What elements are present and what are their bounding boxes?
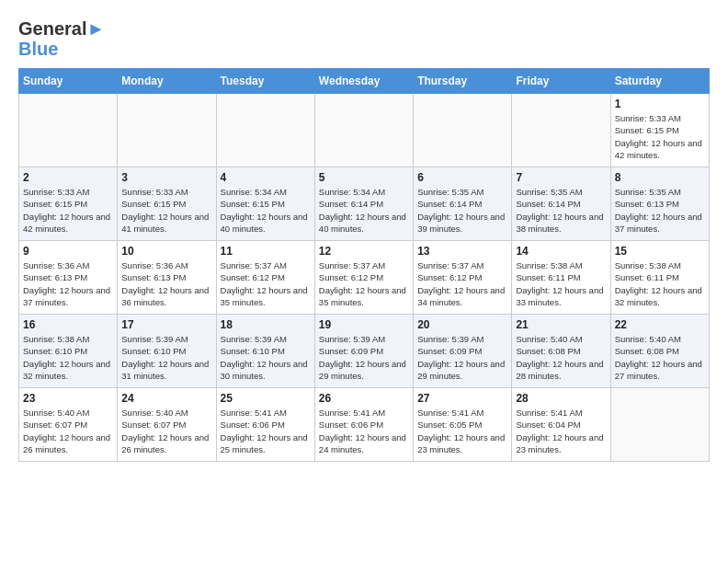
- day-number: 14: [516, 245, 606, 258]
- day-number: 25: [221, 392, 311, 405]
- day-number: 10: [121, 245, 211, 258]
- calendar-cell: 20Sunrise: 5:39 AMSunset: 6:09 PMDayligh…: [414, 315, 512, 388]
- week-row-4: 16Sunrise: 5:38 AMSunset: 6:10 PMDayligh…: [19, 315, 710, 388]
- day-header-monday: Monday: [118, 69, 216, 94]
- day-number: 20: [417, 318, 507, 331]
- day-header-wednesday: Wednesday: [314, 69, 413, 94]
- calendar-cell: 28Sunrise: 5:41 AMSunset: 6:04 PMDayligh…: [512, 388, 610, 462]
- calendar-cell: 21Sunrise: 5:40 AMSunset: 6:08 PMDayligh…: [512, 315, 610, 388]
- calendar-cell: 2Sunrise: 5:33 AMSunset: 6:15 PMDaylight…: [19, 167, 118, 241]
- calendar-cell: [414, 94, 512, 167]
- calendar-cell: 27Sunrise: 5:41 AMSunset: 6:05 PMDayligh…: [414, 388, 512, 462]
- day-number: 15: [615, 245, 705, 258]
- day-number: 19: [319, 318, 409, 331]
- day-info: Sunrise: 5:40 AMSunset: 6:08 PMDaylight:…: [516, 333, 606, 382]
- calendar-cell: 7Sunrise: 5:35 AMSunset: 6:14 PMDaylight…: [512, 167, 610, 241]
- calendar-cell: 6Sunrise: 5:35 AMSunset: 6:14 PMDaylight…: [414, 167, 512, 241]
- week-row-5: 23Sunrise: 5:40 AMSunset: 6:07 PMDayligh…: [19, 388, 710, 462]
- day-number: 6: [417, 171, 507, 184]
- day-info: Sunrise: 5:35 AMSunset: 6:14 PMDaylight:…: [417, 186, 507, 235]
- day-info: Sunrise: 5:37 AMSunset: 6:12 PMDaylight:…: [417, 259, 507, 308]
- day-number: 23: [23, 392, 113, 405]
- calendar-cell: [19, 94, 118, 167]
- calendar-cell: [512, 94, 610, 167]
- day-info: Sunrise: 5:41 AMSunset: 6:06 PMDaylight:…: [319, 407, 409, 455]
- calendar-cell: 13Sunrise: 5:37 AMSunset: 6:12 PMDayligh…: [414, 241, 512, 315]
- day-info: Sunrise: 5:39 AMSunset: 6:09 PMDaylight:…: [417, 333, 507, 382]
- day-number: 8: [615, 171, 705, 184]
- calendar-cell: 19Sunrise: 5:39 AMSunset: 6:09 PMDayligh…: [314, 315, 413, 388]
- day-number: 26: [319, 392, 409, 405]
- day-number: 12: [319, 245, 409, 258]
- day-number: 17: [121, 318, 211, 331]
- calendar-cell: 23Sunrise: 5:40 AMSunset: 6:07 PMDayligh…: [19, 388, 118, 462]
- day-info: Sunrise: 5:35 AMSunset: 6:14 PMDaylight:…: [516, 186, 606, 235]
- calendar-cell: 8Sunrise: 5:35 AMSunset: 6:13 PMDaylight…: [610, 167, 709, 241]
- week-row-1: 1Sunrise: 5:33 AMSunset: 6:15 PMDaylight…: [19, 94, 710, 167]
- week-row-2: 2Sunrise: 5:33 AMSunset: 6:15 PMDaylight…: [19, 167, 710, 241]
- day-info: Sunrise: 5:33 AMSunset: 6:15 PMDaylight:…: [23, 186, 113, 235]
- calendar-cell: 11Sunrise: 5:37 AMSunset: 6:12 PMDayligh…: [216, 241, 314, 315]
- calendar-cell: 26Sunrise: 5:41 AMSunset: 6:06 PMDayligh…: [314, 388, 413, 462]
- day-info: Sunrise: 5:33 AMSunset: 6:15 PMDaylight:…: [615, 112, 705, 161]
- day-header-sunday: Sunday: [19, 69, 118, 94]
- day-info: Sunrise: 5:41 AMSunset: 6:06 PMDaylight:…: [221, 407, 311, 455]
- calendar-cell: 14Sunrise: 5:38 AMSunset: 6:11 PMDayligh…: [512, 241, 610, 315]
- calendar-cell: 5Sunrise: 5:34 AMSunset: 6:14 PMDaylight…: [314, 167, 413, 241]
- day-info: Sunrise: 5:38 AMSunset: 6:11 PMDaylight:…: [516, 259, 606, 308]
- day-header-tuesday: Tuesday: [216, 69, 314, 94]
- day-info: Sunrise: 5:40 AMSunset: 6:07 PMDaylight:…: [121, 407, 211, 455]
- day-info: Sunrise: 5:41 AMSunset: 6:04 PMDaylight:…: [516, 407, 606, 455]
- day-number: 11: [221, 245, 311, 258]
- day-info: Sunrise: 5:38 AMSunset: 6:10 PMDaylight:…: [23, 333, 113, 382]
- day-number: 21: [516, 318, 606, 331]
- day-number: 24: [121, 392, 211, 405]
- calendar-cell: 18Sunrise: 5:39 AMSunset: 6:10 PMDayligh…: [216, 315, 314, 388]
- day-info: Sunrise: 5:34 AMSunset: 6:15 PMDaylight:…: [221, 186, 311, 235]
- day-info: Sunrise: 5:39 AMSunset: 6:09 PMDaylight:…: [319, 333, 409, 382]
- day-info: Sunrise: 5:40 AMSunset: 6:07 PMDaylight:…: [23, 407, 113, 455]
- calendar-cell: 16Sunrise: 5:38 AMSunset: 6:10 PMDayligh…: [19, 315, 118, 388]
- calendar-cell: [610, 388, 709, 462]
- calendar-cell: 3Sunrise: 5:33 AMSunset: 6:15 PMDaylight…: [118, 167, 216, 241]
- day-info: Sunrise: 5:40 AMSunset: 6:08 PMDaylight:…: [615, 333, 705, 382]
- day-header-thursday: Thursday: [414, 69, 512, 94]
- calendar: SundayMondayTuesdayWednesdayThursdayFrid…: [18, 68, 710, 462]
- calendar-cell: [216, 94, 314, 167]
- day-number: 4: [221, 171, 311, 184]
- day-info: Sunrise: 5:39 AMSunset: 6:10 PMDaylight:…: [221, 333, 311, 382]
- calendar-cell: 4Sunrise: 5:34 AMSunset: 6:15 PMDaylight…: [216, 167, 314, 241]
- day-number: 7: [516, 171, 606, 184]
- calendar-cell: 25Sunrise: 5:41 AMSunset: 6:06 PMDayligh…: [216, 388, 314, 462]
- day-number: 9: [23, 245, 113, 258]
- logo: General► Blue: [18, 18, 105, 59]
- day-number: 27: [417, 392, 507, 405]
- calendar-cell: 22Sunrise: 5:40 AMSunset: 6:08 PMDayligh…: [610, 315, 709, 388]
- calendar-cell: 9Sunrise: 5:36 AMSunset: 6:13 PMDaylight…: [19, 241, 118, 315]
- header-row: SundayMondayTuesdayWednesdayThursdayFrid…: [19, 69, 710, 94]
- calendar-cell: 15Sunrise: 5:38 AMSunset: 6:11 PMDayligh…: [610, 241, 709, 315]
- calendar-cell: 17Sunrise: 5:39 AMSunset: 6:10 PMDayligh…: [118, 315, 216, 388]
- day-header-saturday: Saturday: [610, 69, 709, 94]
- day-number: 1: [615, 98, 705, 110]
- day-number: 5: [319, 171, 409, 184]
- calendar-cell: 24Sunrise: 5:40 AMSunset: 6:07 PMDayligh…: [118, 388, 216, 462]
- day-number: 2: [23, 171, 113, 184]
- day-info: Sunrise: 5:34 AMSunset: 6:14 PMDaylight:…: [319, 186, 409, 235]
- day-info: Sunrise: 5:37 AMSunset: 6:12 PMDaylight:…: [221, 259, 311, 308]
- day-number: 22: [615, 318, 705, 331]
- day-info: Sunrise: 5:41 AMSunset: 6:05 PMDaylight:…: [417, 407, 507, 455]
- day-info: Sunrise: 5:33 AMSunset: 6:15 PMDaylight:…: [121, 186, 211, 235]
- day-number: 16: [23, 318, 113, 331]
- day-number: 18: [221, 318, 311, 331]
- calendar-cell: [314, 94, 413, 167]
- week-row-3: 9Sunrise: 5:36 AMSunset: 6:13 PMDaylight…: [19, 241, 710, 315]
- day-info: Sunrise: 5:38 AMSunset: 6:11 PMDaylight:…: [615, 259, 705, 308]
- day-info: Sunrise: 5:37 AMSunset: 6:12 PMDaylight:…: [319, 259, 409, 308]
- calendar-cell: 10Sunrise: 5:36 AMSunset: 6:13 PMDayligh…: [118, 241, 216, 315]
- calendar-cell: 12Sunrise: 5:37 AMSunset: 6:12 PMDayligh…: [314, 241, 413, 315]
- day-number: 13: [417, 245, 507, 258]
- day-number: 3: [121, 171, 211, 184]
- day-info: Sunrise: 5:35 AMSunset: 6:13 PMDaylight:…: [615, 186, 705, 235]
- day-number: 28: [516, 392, 606, 405]
